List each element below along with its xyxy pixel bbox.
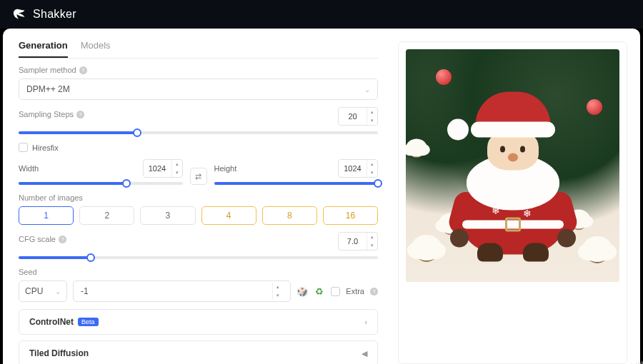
seed-value-input[interactable]: -1 ▴▾ xyxy=(73,280,291,302)
cfg-label: CFG scale ? xyxy=(19,235,331,243)
settings-panel: Generation Models Sampler method ? DPM++… xyxy=(3,29,394,364)
help-icon[interactable]: ? xyxy=(79,66,87,74)
logo-icon xyxy=(13,6,29,22)
slider-thumb[interactable] xyxy=(133,128,141,137)
main-container: Generation Models Sampler method ? DPM++… xyxy=(3,29,640,364)
steps-slider[interactable] xyxy=(19,131,378,134)
help-icon[interactable]: ? xyxy=(59,236,66,243)
steps-input[interactable]: 20 ▴▾ xyxy=(338,107,378,126)
controlnet-accordion[interactable]: ControlNet Beta › xyxy=(19,309,378,335)
height-slider[interactable] xyxy=(214,182,379,185)
num-btn-16[interactable]: 16 xyxy=(323,206,378,225)
brand-logo[interactable]: Shakker xyxy=(13,6,76,22)
step-down-icon[interactable]: ▾ xyxy=(367,116,377,125)
seed-label: Seed xyxy=(19,268,378,276)
chevron-right-icon: › xyxy=(364,318,367,326)
num-btn-2[interactable]: 2 xyxy=(79,206,134,225)
help-icon[interactable]: ? xyxy=(76,111,84,118)
num-images-label: Number of images xyxy=(19,193,378,202)
step-up-icon[interactable]: ▴ xyxy=(367,108,377,116)
steps-label: Sampling Steps ? xyxy=(19,110,331,118)
num-btn-8[interactable]: 8 xyxy=(262,206,317,225)
sampler-label: Sampler method ? xyxy=(19,66,378,74)
brand-name: Shakker xyxy=(33,8,76,21)
num-images-buttons: 1 2 3 4 8 16 xyxy=(19,206,378,225)
tiled-diffusion-accordion[interactable]: Tiled Diffusion ◀ xyxy=(19,340,378,364)
swap-dimensions-button[interactable]: ⇄ xyxy=(190,168,207,185)
tab-generation[interactable]: Generation xyxy=(19,36,68,58)
hiresfix-checkbox[interactable] xyxy=(19,143,28,152)
generated-image[interactable]: ❄ ❄ xyxy=(406,49,619,282)
chevron-down-icon: ⌄ xyxy=(364,86,370,93)
help-icon[interactable]: ? xyxy=(370,288,378,295)
triangle-left-icon: ◀ xyxy=(362,349,367,358)
beta-badge: Beta xyxy=(78,318,99,326)
height-input[interactable]: 1024 ▴▾ xyxy=(338,159,378,178)
extra-label: Extra xyxy=(346,287,364,295)
width-slider[interactable] xyxy=(19,182,183,185)
num-btn-1[interactable]: 1 xyxy=(19,206,74,225)
chevron-down-icon: ⌄ xyxy=(55,288,61,295)
width-label: Width xyxy=(19,164,39,173)
dice-icon[interactable]: 🎲 xyxy=(296,285,308,297)
extra-checkbox[interactable] xyxy=(331,287,340,296)
height-label: Height xyxy=(214,164,237,173)
tab-models[interactable]: Models xyxy=(81,36,111,58)
preview-panel: ❄ ❄ Provided by Shakker.ai xyxy=(394,29,640,364)
hiresfix-label: Hiresfix xyxy=(32,143,59,152)
seed-device-select[interactable]: CPU ⌄ xyxy=(19,280,67,302)
tab-bar: Generation Models xyxy=(19,36,378,59)
num-btn-3[interactable]: 3 xyxy=(140,206,195,225)
app-header: Shakker xyxy=(0,0,643,29)
recycle-icon[interactable]: ♻ xyxy=(314,285,325,297)
preview-box: ❄ ❄ xyxy=(398,41,627,364)
cfg-slider[interactable] xyxy=(19,256,378,259)
num-btn-4[interactable]: 4 xyxy=(201,206,256,225)
cfg-input[interactable]: 7.0 ▴▾ xyxy=(338,232,378,251)
width-input[interactable]: 1024 ▴▾ xyxy=(143,159,183,178)
sampler-select[interactable]: DPM++ 2M ⌄ xyxy=(19,79,378,100)
santa-figure: ❄ ❄ xyxy=(449,92,577,256)
